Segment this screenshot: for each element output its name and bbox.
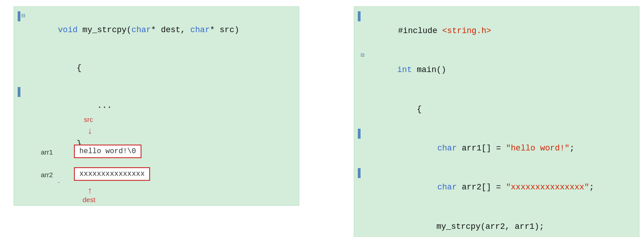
src-label: src xyxy=(84,116,93,124)
arr2-label: arr2 xyxy=(41,171,53,179)
bookmark-bar-2 xyxy=(18,87,20,97)
left-code-panel: ⊟ void my_strcpy(char* dest, char* src) … xyxy=(14,6,299,206)
line-content-3: ... xyxy=(29,87,293,125)
rcode-line-3: { xyxy=(358,90,634,129)
collapse-icon-1[interactable]: ⊟ xyxy=(21,11,29,21)
rline-content-3: { xyxy=(368,90,634,129)
bookmark-bar xyxy=(18,11,20,21)
arr1-box: hello word!\0 xyxy=(74,145,141,158)
right-code-panel: #include <string.h> ⊟ int main() { char … xyxy=(354,6,639,237)
code-line-4: } xyxy=(18,125,293,163)
minus-icon: - xyxy=(57,179,61,186)
code-line-3: ... xyxy=(18,87,293,125)
rline-content-2: int main() xyxy=(368,50,634,89)
rline-content-1: #include <string.h> xyxy=(369,11,634,50)
arr2-box: xxxxxxxxxxxxxxx xyxy=(74,167,150,181)
right-bookmark-bar-1 xyxy=(358,11,361,21)
line-content-4: } xyxy=(28,125,293,163)
right-bookmark-bar-2 xyxy=(358,129,361,139)
src-arrow: ↓ xyxy=(87,126,93,136)
rcode-line-1: #include <string.h> xyxy=(358,11,634,50)
code-line-2: { xyxy=(18,49,293,87)
rline-content-4: char arr1[] = "hello word!"; xyxy=(369,129,634,168)
rcode-line-6: my_strcpy(arr2, arr1); xyxy=(358,207,634,237)
line-content-2: { xyxy=(28,49,293,87)
collapse-icon-main[interactable]: ⊟ xyxy=(361,50,368,60)
right-bookmark-bar-3 xyxy=(358,168,361,178)
line-content-5: - xyxy=(28,163,293,201)
rline-content-5: char arr2[] = "xxxxxxxxxxxxxxx"; xyxy=(369,168,634,207)
rcode-line-4: char arr1[] = "hello word!"; xyxy=(358,129,634,168)
rcode-line-2: ⊟ int main() xyxy=(358,50,634,89)
code-line-1: ⊟ void my_strcpy(char* dest, char* src) xyxy=(18,11,293,49)
code-line-5: - xyxy=(18,163,293,201)
keyword-void: void xyxy=(58,25,78,34)
line-content-1: void my_strcpy(char* dest, char* src) xyxy=(29,11,293,49)
arr1-label: arr1 xyxy=(41,148,53,157)
dest-arrow: ↑ xyxy=(87,186,93,196)
rcode-line-5: char arr2[] = "xxxxxxxxxxxxxxx"; xyxy=(358,168,634,207)
dest-label: dest xyxy=(83,196,95,204)
rline-content-6: my_strcpy(arr2, arr1); xyxy=(368,207,634,237)
keyword-int: int xyxy=(397,65,412,74)
